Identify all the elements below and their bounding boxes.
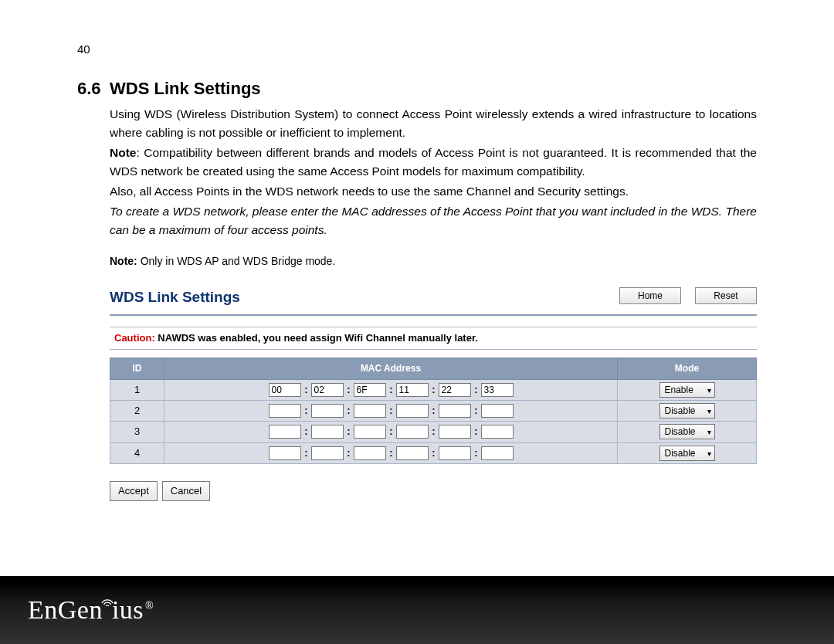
mac-cell: ::::: — [164, 442, 618, 463]
mac-segment-input[interactable] — [396, 425, 429, 439]
colon-separator: : — [474, 403, 479, 419]
colon-separator: : — [347, 403, 351, 419]
paragraph-3: Also, all Access Points in the WDS netwo… — [110, 182, 757, 201]
row-id: 1 — [110, 379, 164, 400]
mac-segment-input[interactable] — [354, 425, 386, 439]
mac-segment-input[interactable] — [269, 404, 301, 418]
mac-cell: ::::: — [164, 401, 618, 422]
table-row: 1:::::Enable — [110, 379, 757, 400]
colon-separator: : — [304, 403, 309, 419]
caution-row: Caution: NAWDS was enabled, you need ass… — [110, 327, 757, 350]
paragraph-2: Note: Compatibility between different br… — [110, 144, 757, 181]
mode-select[interactable]: Disable — [659, 446, 715, 461]
colon-separator: : — [432, 424, 436, 439]
mac-segment-input[interactable] — [311, 446, 344, 460]
colon-separator: : — [304, 446, 309, 461]
row-id: 2 — [110, 401, 164, 422]
col-mode: Mode — [618, 358, 757, 380]
mac-segment-input[interactable] — [481, 404, 514, 418]
mac-segment-input[interactable] — [439, 404, 471, 418]
wifi-icon — [103, 594, 112, 623]
table-row: 3:::::Disable — [110, 422, 757, 442]
mac-segment-input[interactable] — [481, 383, 514, 397]
mac-segment-input[interactable] — [439, 425, 471, 439]
colon-separator: : — [347, 424, 351, 439]
section-number: 6.6 — [77, 79, 110, 99]
mac-cell: ::::: — [164, 422, 618, 442]
mac-segment-input[interactable] — [439, 383, 471, 397]
colon-separator: : — [474, 382, 479, 398]
row-id: 4 — [110, 442, 164, 463]
section-title-text: WDS Link Settings — [110, 79, 261, 98]
wds-table: ID MAC Address Mode 1:::::Enable2:::::Di… — [110, 358, 757, 463]
colon-separator: : — [389, 382, 394, 398]
cancel-button[interactable]: Cancel — [162, 481, 210, 501]
mode-cell: Disable — [618, 401, 757, 422]
mode-select[interactable]: Disable — [659, 403, 715, 419]
home-button[interactable]: Home — [619, 287, 681, 304]
colon-separator: : — [304, 424, 309, 439]
colon-separator: : — [347, 382, 351, 398]
colon-separator: : — [389, 446, 394, 461]
mac-segment-input[interactable] — [269, 383, 301, 397]
colon-separator: : — [474, 446, 479, 461]
mode-note: Note: Only in WDS AP and WDS Bridge mode… — [110, 253, 757, 270]
mode-cell: Enable — [618, 379, 757, 400]
paragraph-4: To create a WDS network, please enter th… — [110, 202, 757, 239]
mode-cell: Disable — [618, 442, 757, 463]
wds-panel: WDS Link Settings Home Reset Caution: NA… — [110, 281, 757, 501]
mac-segment-input[interactable] — [439, 446, 471, 460]
mode-cell: Disable — [618, 422, 757, 442]
mode-select[interactable]: Disable — [659, 424, 715, 439]
mode-select[interactable]: Enable — [659, 382, 715, 398]
mac-segment-input[interactable] — [311, 404, 344, 418]
colon-separator: : — [389, 424, 394, 439]
page-number: 40 — [77, 42, 757, 56]
mac-segment-input[interactable] — [311, 383, 344, 397]
accept-button[interactable]: Accept — [110, 481, 158, 501]
mac-cell: ::::: — [164, 379, 618, 400]
colon-separator: : — [432, 403, 436, 419]
section-heading: 6.6WDS Link Settings — [77, 79, 757, 99]
panel-title: WDS Link Settings — [110, 281, 240, 314]
mac-segment-input[interactable] — [396, 404, 429, 418]
mac-segment-input[interactable] — [396, 383, 429, 397]
mac-segment-input[interactable] — [396, 446, 429, 460]
brand-logo: EnGenius® — [28, 595, 154, 625]
row-id: 3 — [110, 422, 164, 442]
mac-segment-input[interactable] — [354, 446, 386, 460]
reset-button[interactable]: Reset — [695, 287, 757, 304]
colon-separator: : — [474, 424, 479, 439]
mac-segment-input[interactable] — [354, 383, 386, 397]
mac-segment-input[interactable] — [311, 425, 344, 439]
caution-text: NAWDS was enabled, you need assign Wifi … — [155, 332, 478, 344]
colon-separator: : — [304, 382, 309, 398]
mac-segment-input[interactable] — [481, 446, 514, 460]
caution-label: Caution: — [114, 332, 155, 344]
colon-separator: : — [347, 446, 351, 461]
colon-separator: : — [432, 446, 436, 461]
paragraph-1: Using WDS (Wireless Distribution System)… — [110, 105, 757, 142]
footer: EnGenius® — [0, 576, 834, 644]
mac-segment-input[interactable] — [354, 404, 386, 418]
colon-separator: : — [432, 382, 436, 398]
colon-separator: : — [389, 403, 394, 419]
col-mac: MAC Address — [164, 358, 618, 380]
mac-segment-input[interactable] — [269, 425, 301, 439]
table-row: 4:::::Disable — [110, 442, 757, 463]
col-id: ID — [110, 358, 164, 380]
mac-segment-input[interactable] — [481, 425, 514, 439]
table-row: 2:::::Disable — [110, 401, 757, 422]
mac-segment-input[interactable] — [269, 446, 301, 460]
